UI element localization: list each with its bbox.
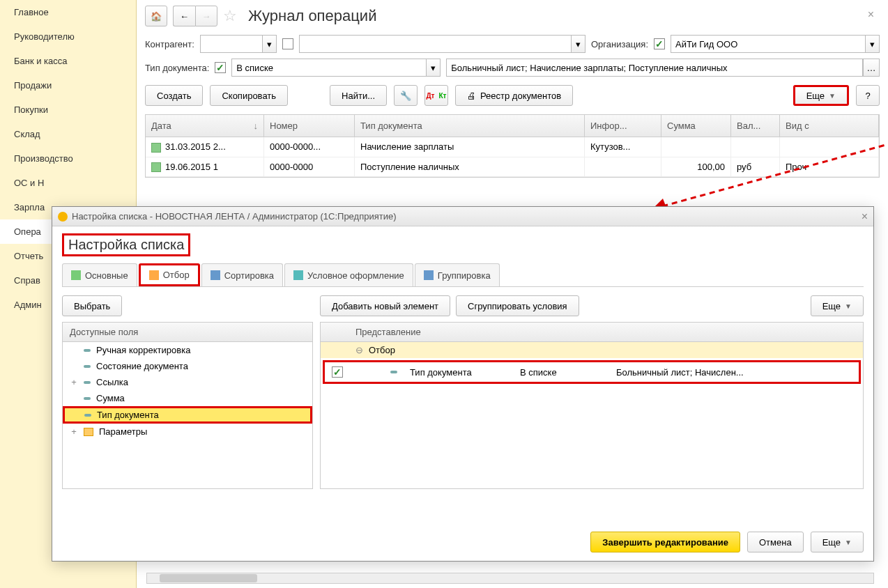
registry-button[interactable]: 🖨Реестр документов — [455, 85, 573, 106]
field-icon — [84, 365, 91, 368]
list-item-selected[interactable]: Тип документа — [63, 406, 312, 424]
cancel-button[interactable]: Отмена — [747, 532, 804, 552]
col-currency[interactable]: Вал... — [731, 115, 780, 137]
counterparty-checkbox[interactable] — [282, 38, 293, 49]
dialog-close-button[interactable]: × — [862, 210, 868, 223]
field-icon — [390, 371, 397, 373]
copy-button[interactable]: Скопировать — [210, 85, 288, 106]
tab-filter[interactable]: Отбор — [139, 263, 200, 286]
sidebar-item-sales[interactable]: Продажи — [0, 73, 136, 98]
sidebar-item-bank[interactable]: Банк и касса — [0, 49, 136, 73]
wrench-button[interactable]: 🔧 — [394, 85, 418, 106]
org-dropdown[interactable]: ▾ — [866, 35, 880, 53]
filter-pane: Добавить новый элемент Сгруппировать усл… — [320, 295, 864, 497]
sidebar-item-manager[interactable]: Руководителю — [0, 24, 136, 49]
doctype-value-input[interactable]: Больничный лист; Начисление зарплаты; По… — [446, 59, 863, 77]
doctype-value-ellipsis[interactable]: … — [863, 59, 880, 77]
counterparty-select-dropdown[interactable]: ▾ — [572, 35, 585, 53]
choose-button[interactable]: Выбрать — [62, 295, 122, 316]
condition-checkbox[interactable] — [332, 366, 343, 378]
doctype-mode-input[interactable]: В списке — [231, 59, 427, 77]
filter-root[interactable]: ⊖Отбор — [321, 342, 863, 358]
app-icon — [58, 212, 68, 222]
create-button[interactable]: Создать — [145, 85, 203, 106]
filter-more-button[interactable]: Еще▼ — [811, 295, 864, 316]
group-conditions-button[interactable]: Сгруппировать условия — [456, 295, 579, 316]
col-kind[interactable]: Вид с — [780, 115, 879, 137]
folder-icon — [84, 428, 93, 436]
list-item[interactable]: Сумма — [63, 390, 312, 406]
close-page-button[interactable]: × — [868, 8, 874, 21]
sidebar-item-main[interactable]: Главное — [0, 0, 136, 24]
tab-grouping-icon — [424, 270, 434, 280]
available-fields-pane: Выбрать Доступные поля Ручная корректиро… — [62, 295, 313, 497]
horizontal-scrollbar[interactable] — [146, 573, 874, 584]
dialog-titlebar[interactable]: Настройка списка - НОВОСТНАЯ ЛЕНТА / Адм… — [52, 207, 873, 226]
col-sum[interactable]: Сумма — [661, 115, 731, 137]
sidebar-item-warehouse[interactable]: Склад — [0, 122, 136, 146]
sidebar-item-purchases[interactable]: Покупки — [0, 98, 136, 122]
counterparty-input[interactable] — [299, 35, 572, 53]
back-button[interactable]: ← — [173, 6, 195, 26]
forward-button[interactable]: → — [195, 6, 217, 26]
filter-condition-row[interactable]: Тип документа В списке Больничный лист; … — [323, 360, 861, 384]
field-icon — [84, 349, 91, 352]
doctype-checkbox[interactable] — [215, 62, 226, 73]
org-input[interactable]: АйТи Гид ООО — [671, 35, 866, 53]
doc-icon — [151, 143, 161, 153]
sidebar-item-assets[interactable]: ОС и Н — [0, 171, 136, 195]
table-row[interactable]: 19.06.2015 1 0000-0000 Поступление налич… — [146, 157, 879, 178]
org-checkbox[interactable] — [654, 38, 665, 49]
tab-conditional[interactable]: Условное оформление — [284, 263, 413, 286]
help-button[interactable]: ? — [856, 85, 880, 106]
doc-icon — [151, 162, 161, 172]
tab-conditional-icon — [293, 270, 303, 280]
dialog-more-button[interactable]: Еще▼ — [811, 532, 864, 552]
tab-main[interactable]: Основные — [62, 263, 137, 286]
favorite-icon[interactable]: ☆ — [223, 7, 237, 25]
list-settings-dialog: Настройка списка - НОВОСТНАЯ ЛЕНТА / Адм… — [52, 206, 874, 562]
available-fields-list: Доступные поля Ручная корректировка Сост… — [62, 322, 313, 489]
page-title: Журнал операций — [248, 7, 376, 25]
more-button[interactable]: Еще▼ — [793, 85, 849, 106]
finish-editing-button[interactable]: Завершить редактирование — [590, 532, 740, 552]
list-item[interactable]: +Ссылка — [63, 374, 312, 390]
field-icon — [84, 414, 91, 417]
org-label: Организация: — [591, 39, 648, 49]
counterparty-label: Контрагент: — [145, 39, 194, 49]
tab-grouping[interactable]: Группировка — [415, 263, 500, 286]
list-item[interactable]: Состояние документа — [63, 358, 312, 374]
dialog-tabs: Основные Отбор Сортировка Условное оформ… — [62, 263, 864, 287]
table-row[interactable]: 31.03.2015 2... 0000-0000... Начисление … — [146, 137, 879, 157]
col-info[interactable]: Инфор... — [585, 115, 661, 137]
counterparty-enabled[interactable] — [200, 35, 263, 53]
doctype-label: Тип документа: — [145, 63, 209, 73]
scrollbar-thumb[interactable] — [160, 574, 257, 582]
col-date[interactable]: Дата ↓ — [146, 115, 264, 137]
operations-table: Дата ↓ Номер Тип документа Инфор... Сумм… — [145, 114, 880, 178]
tab-sort-icon — [210, 270, 220, 280]
sidebar-item-production[interactable]: Производство — [0, 146, 136, 171]
tab-main-icon — [71, 270, 81, 280]
print-icon: 🖨 — [467, 91, 476, 101]
available-fields-header: Доступные поля — [63, 323, 312, 342]
field-icon — [84, 381, 91, 384]
filter-tree-header: Представление — [321, 323, 863, 342]
home-button[interactable]: 🏠 — [145, 6, 167, 26]
add-element-button[interactable]: Добавить новый элемент — [320, 295, 450, 316]
counterparty-dropdown[interactable]: ▾ — [263, 35, 277, 53]
list-item[interactable]: +Параметры — [63, 424, 312, 440]
doctype-mode-dropdown[interactable]: ▾ — [427, 59, 441, 77]
find-button[interactable]: Найти... — [330, 85, 387, 106]
dtkt-button[interactable]: ДтКт — [424, 85, 448, 106]
tab-sort[interactable]: Сортировка — [201, 263, 283, 286]
tab-filter-icon — [149, 270, 159, 280]
col-number[interactable]: Номер — [264, 115, 355, 137]
dialog-heading: Настройка списка — [62, 233, 190, 256]
col-type[interactable]: Тип документа — [355, 115, 585, 137]
dialog-title-text: Настройка списка - НОВОСТНАЯ ЛЕНТА / Адм… — [72, 211, 397, 222]
field-icon — [84, 397, 91, 400]
list-item[interactable]: Ручная корректировка — [63, 342, 312, 358]
filter-tree: Представление ⊖Отбор Тип документа В спи… — [320, 322, 864, 489]
